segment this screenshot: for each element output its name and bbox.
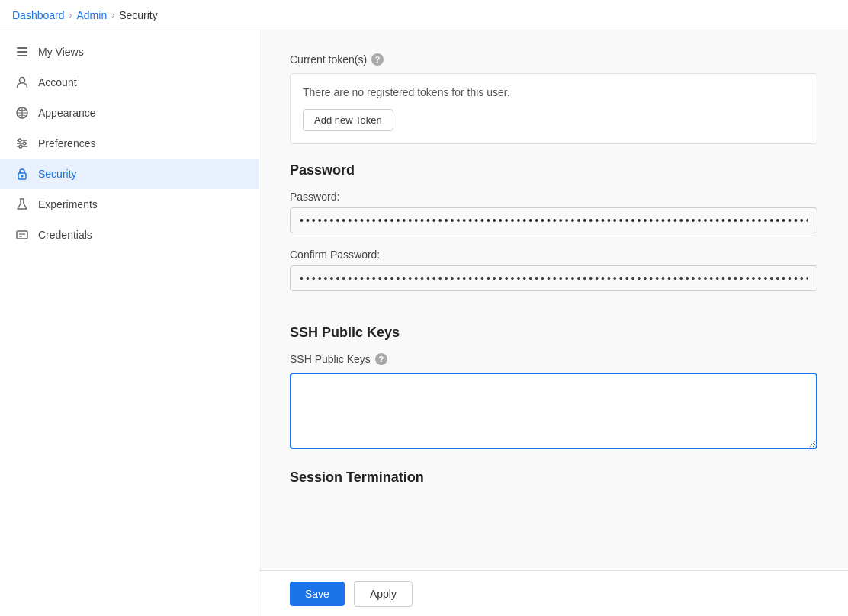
ssh-section: SSH Public Keys SSH Public Keys ? [290,325,817,451]
svg-point-7 [18,139,21,142]
ssh-title: SSH Public Keys [290,325,817,341]
sidebar-item-experiments[interactable]: Experiments [0,189,259,220]
views-icon [15,45,29,59]
svg-point-3 [20,78,25,83]
sidebar-item-account[interactable]: Account [0,67,259,98]
ssh-label-row: SSH Public Keys ? [290,353,817,365]
svg-rect-1 [17,51,27,53]
svg-rect-13 [17,231,27,239]
main-layout: My Views Account Appearance [0,30,848,616]
svg-point-9 [19,145,22,148]
sidebar: My Views Account Appearance [0,30,259,616]
content-area: Current token(s) ? There are no register… [259,30,848,570]
sidebar-label-my-views: My Views [38,46,84,58]
experiments-icon [15,197,29,211]
add-token-button[interactable]: Add new Token [303,109,393,131]
token-help-icon[interactable]: ? [371,53,384,66]
save-button[interactable]: Save [290,582,345,606]
sidebar-label-account: Account [38,76,77,88]
confirm-password-field-group: Confirm Password: [290,249,817,306]
breadcrumb-sep-2: › [111,10,114,21]
sidebar-label-preferences: Preferences [38,137,95,149]
breadcrumb-bar: Dashboard › Admin › Security [0,0,848,30]
token-box: There are no registered tokens for this … [290,73,817,144]
sidebar-item-security[interactable]: Security [0,159,259,189]
sidebar-label-experiments: Experiments [38,198,98,210]
ssh-textarea[interactable] [290,373,817,449]
breadcrumb-admin[interactable]: Admin [77,9,108,21]
account-icon [15,75,29,89]
sidebar-item-credentials[interactable]: Credentials [0,220,259,250]
sidebar-label-credentials: Credentials [38,229,92,241]
sidebar-label-security: Security [38,168,77,180]
svg-rect-2 [17,55,27,56]
tokens-section: Current token(s) ? There are no register… [290,53,817,144]
password-section: Password Password: Confirm Password: [290,162,817,306]
session-title: Session Termination [290,470,817,486]
ssh-label: SSH Public Keys [290,353,371,365]
sidebar-label-appearance: Appearance [38,107,96,119]
ssh-help-icon[interactable]: ? [375,353,387,365]
token-empty-text: There are no registered tokens for this … [303,86,805,98]
confirm-password-label: Confirm Password: [290,249,817,261]
token-label-row: Current token(s) ? [290,53,817,66]
svg-rect-0 [17,47,27,49]
credentials-icon [15,228,29,242]
session-section: Session Termination [290,470,817,486]
sidebar-item-preferences[interactable]: Preferences [0,128,259,159]
token-label: Current token(s) [290,53,367,66]
sidebar-item-my-views[interactable]: My Views [0,37,259,67]
security-icon [15,167,29,181]
apply-button[interactable]: Apply [354,581,413,607]
password-field-group: Password: [290,191,817,249]
svg-point-11 [21,175,24,178]
sidebar-item-appearance[interactable]: Appearance [0,98,259,128]
password-input[interactable] [290,207,817,233]
bottom-bar: Save Apply [259,570,848,616]
breadcrumb-current: Security [119,9,158,21]
breadcrumb-dashboard[interactable]: Dashboard [12,9,65,21]
appearance-icon [15,106,29,120]
svg-point-8 [23,142,26,145]
password-title: Password [290,162,817,178]
password-label: Password: [290,191,817,203]
preferences-icon [15,136,29,150]
breadcrumb-sep-1: › [69,10,72,21]
confirm-password-input[interactable] [290,265,817,291]
